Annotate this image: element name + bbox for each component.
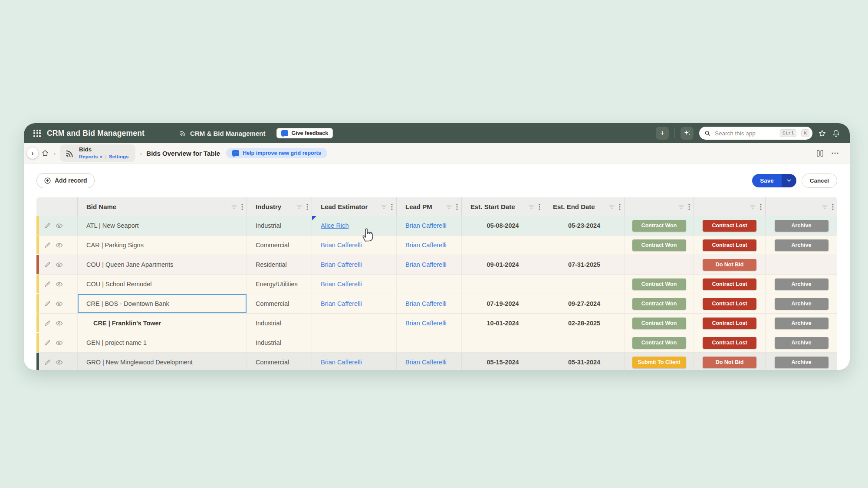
lead-pm-cell[interactable]: Brian Cafferelli — [397, 353, 462, 370]
favorite-star-icon[interactable] — [818, 129, 826, 138]
table-columns-icon[interactable] — [816, 149, 824, 157]
industry-cell[interactable]: Commercial — [247, 353, 312, 370]
end-date-cell[interactable]: 05-31-2024 — [544, 353, 625, 370]
lead-pm-link[interactable]: Brian Cafferelli — [405, 320, 447, 327]
contract-won-button[interactable]: Contract Won — [632, 318, 686, 329]
filter-icon[interactable] — [381, 204, 387, 210]
filter-icon[interactable] — [822, 204, 828, 210]
cancel-button[interactable]: Cancel — [802, 174, 837, 188]
ai-sparkle-button[interactable] — [681, 127, 694, 140]
archive-button[interactable]: Archive — [775, 278, 829, 290]
lead-pm-cell[interactable]: Brian Cafferelli — [397, 216, 462, 236]
search-input[interactable] — [714, 130, 776, 137]
apps-grid-icon[interactable] — [33, 130, 41, 137]
industry-cell[interactable]: Residential — [247, 255, 312, 275]
filter-icon[interactable] — [750, 204, 756, 210]
filter-icon[interactable] — [609, 204, 615, 210]
lead-estimator-link[interactable]: Brian Cafferelli — [321, 300, 362, 307]
end-date-cell[interactable]: 02-28-2025 — [544, 314, 625, 333]
contract-lost-button[interactable]: Contract Lost — [703, 278, 756, 290]
edit-pencil-icon[interactable] — [44, 281, 51, 288]
filter-icon[interactable] — [529, 204, 534, 210]
contract-won-button[interactable]: Contract Won — [632, 337, 686, 349]
source-card-bids[interactable]: Bids Reports ▸ | Settings — [60, 144, 135, 161]
column-menu-icon[interactable] — [306, 204, 308, 210]
archive-button[interactable]: Archive — [775, 239, 829, 251]
bid-name-cell[interactable]: GEN | project name 1 — [78, 333, 247, 353]
bid-name-cell[interactable]: COU | School Remodel — [78, 275, 247, 294]
start-date-cell[interactable]: 07-19-2024 — [462, 294, 544, 314]
view-eye-icon[interactable] — [56, 339, 63, 347]
column-menu-icon[interactable] — [391, 204, 393, 210]
lead-estimator-cell[interactable]: Alice Rich — [312, 216, 397, 236]
edit-pencil-icon[interactable] — [44, 359, 51, 366]
reports-link[interactable]: Reports — [79, 154, 98, 160]
column-menu-icon[interactable] — [539, 204, 540, 210]
view-eye-icon[interactable] — [56, 261, 63, 269]
industry-cell[interactable]: Industrial — [247, 333, 312, 353]
start-date-cell[interactable] — [462, 333, 544, 353]
lead-pm-link[interactable]: Brian Cafferelli — [405, 300, 447, 307]
end-date-cell[interactable] — [544, 275, 625, 294]
column-menu-icon[interactable] — [688, 204, 690, 210]
start-date-cell[interactable]: 10-01-2024 — [462, 314, 544, 333]
edit-pencil-icon[interactable] — [44, 262, 51, 268]
industry-cell[interactable]: Industrial — [247, 314, 312, 333]
lead-estimator-cell[interactable]: Brian Cafferelli — [312, 294, 397, 314]
lead-pm-link[interactable]: Brian Cafferelli — [405, 222, 447, 229]
contract-won-button[interactable]: Contract Won — [632, 220, 686, 232]
do-not-bid-button[interactable]: Do Not Bid — [703, 357, 756, 368]
save-label[interactable]: Save — [752, 174, 782, 187]
column-menu-icon[interactable] — [760, 204, 762, 210]
view-eye-icon[interactable] — [56, 281, 63, 288]
view-eye-icon[interactable] — [56, 300, 63, 308]
lead-pm-cell[interactable]: Brian Cafferelli — [397, 314, 462, 333]
lead-estimator-link[interactable]: Brian Cafferelli — [321, 261, 362, 268]
edit-pencil-icon[interactable] — [44, 340, 51, 346]
start-date-cell[interactable]: 09-01-2024 — [462, 255, 544, 275]
filter-icon[interactable] — [296, 204, 302, 210]
edit-pencil-icon[interactable] — [44, 301, 51, 307]
lead-estimator-link[interactable]: Brian Cafferelli — [321, 359, 362, 366]
bid-name-cell[interactable]: ATL | New Seaport — [78, 216, 247, 236]
add-plus-button[interactable]: + — [656, 127, 669, 140]
industry-cell[interactable]: Commercial — [247, 236, 312, 255]
contract-lost-button[interactable]: Contract Lost — [703, 239, 756, 251]
contract-lost-button[interactable]: Contract Lost — [703, 220, 756, 232]
sidebar-expand-chevron[interactable]: › — [27, 147, 38, 159]
bid-name-cell[interactable]: COU | Queen Jane Apartments — [78, 255, 247, 275]
filter-icon[interactable] — [231, 204, 237, 210]
do-not-bid-button[interactable]: Do Not Bid — [703, 259, 756, 271]
column-menu-icon[interactable] — [456, 204, 458, 210]
start-date-cell[interactable]: 05-08-2024 — [462, 216, 544, 236]
lead-estimator-cell[interactable]: Brian Cafferelli — [312, 255, 397, 275]
view-eye-icon[interactable] — [56, 359, 63, 366]
lead-estimator-cell[interactable]: Brian Cafferelli — [312, 275, 397, 294]
contract-lost-button[interactable]: Contract Lost — [703, 298, 756, 310]
contract-won-button[interactable]: Contract Won — [632, 239, 686, 251]
lead-pm-link[interactable]: Brian Cafferelli — [405, 242, 447, 249]
lead-pm-cell[interactable] — [397, 275, 462, 294]
industry-cell[interactable]: Energy/Utilities — [247, 275, 312, 294]
lead-pm-cell[interactable] — [397, 333, 462, 353]
settings-link[interactable]: Settings — [109, 154, 128, 160]
end-date-cell[interactable]: 07-31-2025 — [544, 255, 625, 275]
start-date-cell[interactable]: 05-15-2024 — [462, 353, 544, 370]
view-eye-icon[interactable] — [56, 222, 63, 229]
archive-button[interactable]: Archive — [775, 220, 829, 232]
start-date-cell[interactable] — [462, 275, 544, 294]
end-date-cell[interactable]: 05-23-2024 — [544, 216, 625, 236]
home-icon[interactable] — [41, 149, 49, 157]
edit-pencil-icon[interactable] — [44, 242, 51, 249]
add-record-button[interactable]: Add record — [36, 173, 95, 188]
bid-name-cell[interactable]: GRO | New Minglewood Development — [78, 353, 247, 370]
end-date-cell[interactable]: 09-27-2024 — [544, 294, 625, 314]
app-search[interactable]: CtrlK — [699, 127, 812, 140]
contract-won-button[interactable]: Contract Won — [632, 298, 686, 310]
archive-button[interactable]: Archive — [775, 318, 829, 329]
lead-estimator-link[interactable]: Brian Cafferelli — [321, 281, 362, 288]
bid-name-cell[interactable]: CAR | Parking Signs — [78, 236, 247, 255]
column-menu-icon[interactable] — [832, 204, 834, 210]
end-date-cell[interactable] — [544, 333, 625, 353]
lead-estimator-cell[interactable]: Brian Cafferelli — [312, 353, 397, 370]
